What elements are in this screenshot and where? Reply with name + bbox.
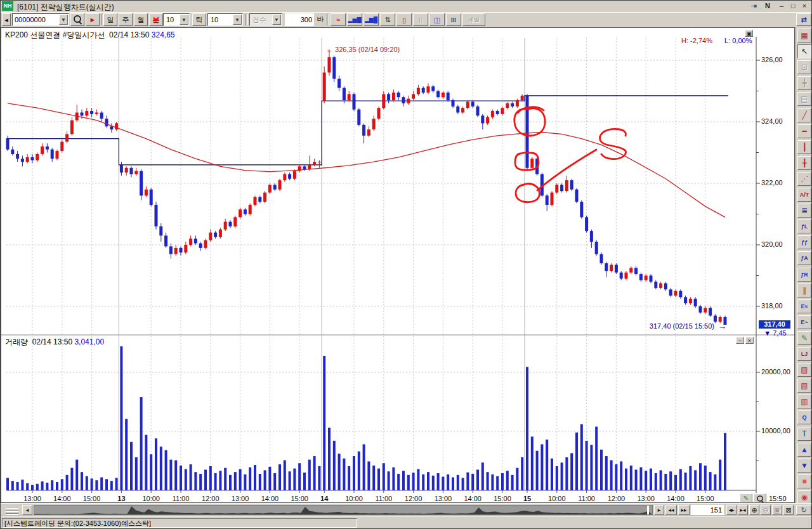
volume-label: 거래량: [5, 337, 28, 346]
chart-minimap[interactable]: [34, 505, 653, 515]
time-axis-label: 10:00: [345, 495, 363, 502]
fast-forward-button[interactable]: ▸▸: [678, 505, 690, 515]
chart-pattern-icon[interactable]: ▦: [797, 29, 811, 42]
fib-l-icon[interactable]: ƒL: [797, 219, 811, 233]
period-button-1[interactable]: 일: [103, 13, 117, 26]
volume-minimize-button[interactable]: −: [736, 337, 744, 344]
time-axis-label: 15:00: [291, 495, 308, 502]
tick-button[interactable]: 틱: [192, 13, 206, 26]
separator: [327, 14, 329, 25]
zoom-mode-button[interactable]: [754, 493, 766, 503]
chart-canvas[interactable]: ← 326,35 (02/14 09:20)317,40 (02/15 15:5…: [1, 28, 794, 502]
fib-fan-icon[interactable]: ƒA: [797, 251, 811, 265]
splitter-grip[interactable]: [4, 506, 20, 514]
text-insert-icon[interactable]: T: [797, 427, 811, 441]
low-percent-readout: L: 0,00%: [724, 37, 752, 44]
chevron-down-icon[interactable]: ▼: [233, 15, 242, 25]
tick-interval-combo[interactable]: 10 ▼: [207, 13, 243, 26]
new-window-icon[interactable]: ▯: [396, 13, 412, 26]
square-mark-icon[interactable]: ■: [797, 474, 811, 488]
exit-icon[interactable]: ⇥: [748, 1, 759, 11]
minute-interval-combo[interactable]: 10 ▼: [163, 13, 190, 26]
back-button[interactable]: ◂: [2, 13, 11, 26]
signal-line-chart-icon[interactable]: ≈: [331, 13, 346, 26]
minimize-button[interactable]: –: [776, 1, 787, 11]
d-pattern-icon[interactable]: ▨: [797, 363, 811, 377]
arrow-down-mark-icon[interactable]: ▼: [797, 459, 811, 473]
arrow-up-mark-icon[interactable]: ▲: [797, 443, 811, 457]
panel-collapse-button[interactable]: ↻: [796, 505, 811, 515]
panel-restore-button[interactable]: ▣: [745, 30, 753, 37]
n-menu-icon[interactable]: N: [762, 1, 773, 11]
chevron-down-icon: ▼: [272, 15, 281, 25]
chevron-down-icon[interactable]: ▼: [180, 15, 188, 25]
elliott-wave2-icon[interactable]: E~: [797, 315, 811, 329]
count-combo-label: 건수: [252, 16, 266, 23]
chart-region: ← 326,35 (02/14 09:20)317,40 (02/15 15:5…: [1, 27, 795, 503]
bar-chart-signal-icon[interactable]: ▂▅▇: [347, 13, 362, 26]
bars-count-input[interactable]: [285, 13, 314, 26]
pencil-draw-icon[interactable]: ✎: [797, 331, 811, 345]
app-window: NH [6101] 전략실행차트(실시간) ⇥ N – □ × ◂ ▼ ► 일주…: [0, 0, 812, 529]
copy-window-icon: ▯: [413, 13, 428, 26]
half-line-icon[interactable]: ╂: [797, 156, 811, 170]
maximize-button[interactable]: □: [787, 1, 799, 11]
sort-updown-icon[interactable]: ⇅: [380, 13, 395, 26]
zoom-in-button[interactable]: ⊕: [749, 505, 759, 515]
cursor-select-icon[interactable]: ↖: [797, 44, 811, 58]
titlebar: NH [6101] 전략실행차트(실시간) ⇥ N – □ ×: [1, 1, 812, 13]
multi-lines-icon[interactable]: ≣: [797, 204, 811, 218]
text-at-icon[interactable]: A/T: [797, 188, 811, 202]
horizontal-line-icon[interactable]: ━: [797, 124, 811, 138]
volume-close-button[interactable]: ×: [745, 337, 754, 344]
fast-back-button[interactable]: ◂◂: [665, 505, 677, 515]
time-axis-label: 11:00: [578, 495, 595, 502]
draw-mode-button[interactable]: ✎: [740, 493, 752, 503]
fib-r-icon[interactable]: ƒR: [797, 268, 811, 282]
vertical-line-icon[interactable]: ┃: [797, 140, 811, 154]
volume-datetime: 02/14 13:50: [32, 337, 72, 346]
expand-bars-button[interactable]: ▸◂: [738, 505, 748, 515]
symbol-code-combo[interactable]: ▼: [12, 13, 69, 26]
fib-f-icon[interactable]: ƒƒ: [797, 235, 811, 249]
symbol-code-input[interactable]: [13, 14, 58, 25]
symbol-pick-button[interactable]: ►: [86, 13, 100, 26]
time-axis-label: 15:00: [83, 495, 101, 502]
diagonal-dots-line-icon[interactable]: ⋰: [797, 172, 811, 186]
scroll-left-button[interactable]: ◂: [22, 505, 32, 515]
e-pattern-icon[interactable]: ▧: [797, 379, 811, 393]
period-button-2[interactable]: 주: [119, 13, 133, 26]
price-axis-label: 320,00: [761, 240, 783, 248]
refresh-button[interactable]: ⇄: [796, 13, 811, 26]
status-message: [시스템트레이딩 문의:(02-3453-1060)예스스탁]: [2, 518, 357, 528]
compress-bars-button[interactable]: ◂▸: [726, 505, 737, 515]
time-axis-label: 10:00: [142, 495, 160, 502]
quote-list-icon[interactable]: Q: [797, 410, 811, 424]
high-annotation: ← 326,35 (02/14 09:20): [326, 46, 400, 53]
period-button-3[interactable]: 월: [134, 13, 148, 26]
chart-panel-icon[interactable]: ◫: [429, 13, 445, 26]
r-pattern-icon[interactable]: ▥: [797, 395, 811, 408]
price-change-readout: ▼ 7,45: [759, 329, 792, 337]
bar-chart-icon[interactable]: ▂▆█: [363, 13, 379, 26]
bar-count-input[interactable]: [691, 505, 724, 515]
scroll-right-button[interactable]: ▸: [654, 505, 664, 515]
close-button[interactable]: ×: [799, 1, 810, 11]
period-button-4[interactable]: 분: [149, 13, 163, 26]
last-time-label: 15:50: [769, 495, 787, 502]
line-tag: #당일시가선: [63, 30, 105, 39]
chevron-down-icon[interactable]: ▼: [59, 15, 68, 25]
bars-unit-label: 바: [315, 13, 325, 26]
time-axis-label: 12:00: [202, 495, 219, 502]
clear-zoom-button[interactable]: ⊠: [783, 505, 794, 515]
lj-tool-icon[interactable]: LJ: [797, 347, 811, 361]
grid-table-icon[interactable]: ⊞: [446, 13, 461, 26]
search-button[interactable]: [70, 13, 84, 26]
parallel-lines-icon[interactable]: ∥: [797, 284, 811, 297]
elliott-wave-icon[interactable]: E≈: [797, 299, 811, 313]
time-axis-label: 15:00: [494, 495, 511, 502]
scroll-row: ◂ ▸ ◂◂ ▸▸ ◂▸ ▸◂ ⊕ ⊖ ▣ ⊠ ↻: [1, 503, 812, 516]
trend-line-icon[interactable]: ╱: [797, 108, 811, 122]
circle-mark-icon[interactable]: ◉: [797, 490, 811, 504]
drawing-tools-sidebar: ▦↖⊡╋▤╱━┃╂⋰A/T≣ƒLƒƒƒAƒR∥E≈E~✎LJ▨▧▥QT▲▼■◉: [795, 27, 812, 503]
